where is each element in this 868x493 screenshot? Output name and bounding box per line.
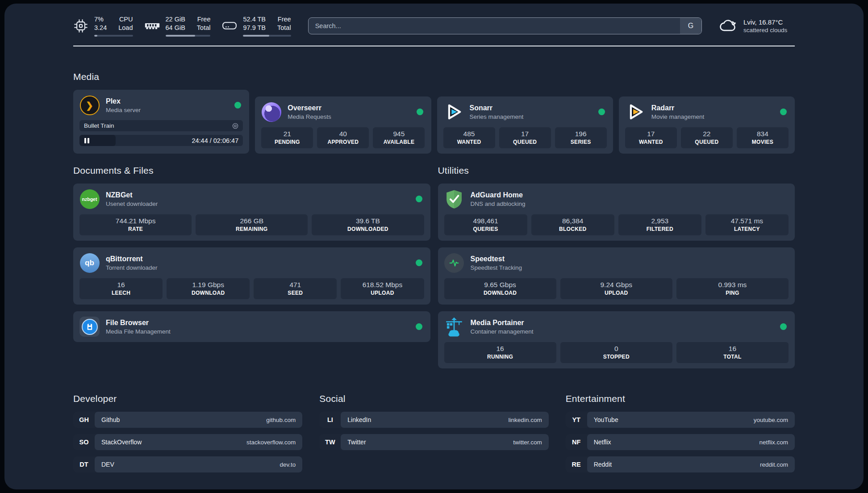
link-linkedin[interactable]: LI LinkedIn linkedin.com [319,412,548,428]
portainer-card[interactable]: Media Portainer Container management 16 … [438,311,795,368]
link-youtube[interactable]: YT YouTube youtube.com [566,412,795,428]
sonarr-subtitle: Series management [470,113,592,120]
reddit-name: Reddit [594,461,760,468]
sonarr-card[interactable]: Sonarr Series management 485 WANTED 17 Q… [437,96,613,154]
cpu-progress-bar [94,35,133,37]
reddit-url: reddit.com [760,461,788,468]
playback-time: 24:44 / 02:06:47 [192,137,238,144]
speedtest-title: Speedtest [471,255,789,263]
github-name: Github [101,416,266,423]
dashboard: 7% 3.24 CPU Load [4,4,864,489]
cpu-usage-label: CPU [118,15,133,24]
weather-location-temp: Lviv, 16.87°C [743,18,787,26]
overseerr-title: Overseerr [288,104,410,112]
nzbget-card[interactable]: nzbget NZBGet Usenet downloader 744.21 M… [73,184,430,241]
qbittorrent-icon: qb [79,253,100,273]
filebrowser-subtitle: Media File Management [106,328,409,335]
overseerr-subtitle: Media Requests [288,113,410,120]
plex-icon: ❯ [79,95,100,115]
developer-links-column: Developer GH Github github.com SO StackO… [73,368,302,479]
ram-icon [145,18,160,33]
disk-free-label: Free [277,15,291,24]
link-stackoverflow[interactable]: SO StackOverflow stackoverflow.com [73,434,302,450]
netflix-name: Netflix [594,439,760,446]
utilities-column: Utilities AdGuard Home [438,154,795,368]
portainer-subtitle: Container management [471,328,774,335]
nzbget-stat-downloaded: 39.6 TB DOWNLOADED [312,214,424,235]
qbittorrent-title: qBittorrent [106,255,409,263]
portainer-icon [444,317,464,337]
portainer-stat-total: 16 TOTAL [676,342,789,363]
dev-tag: DT [73,456,95,472]
cpu-usage-value: 7% [94,15,107,24]
link-dev[interactable]: DT DEV dev.to [73,456,302,472]
pause-button[interactable] [84,138,89,143]
overseerr-card[interactable]: Overseerr Media Requests 21 PENDING 40 A… [255,96,431,154]
link-github[interactable]: GH Github github.com [73,412,302,428]
qbittorrent-stat-seed: 471 SEED [254,278,337,299]
twitter-name: Twitter [347,439,513,446]
weather-widget: Lviv, 16.87°C scattered clouds [719,18,795,33]
search-input[interactable] [309,18,680,34]
speedtest-card[interactable]: Speedtest Speedtest Tracking 9.65 Gbps D… [438,247,795,305]
qbittorrent-stat-upload: 618.52 Mbps UPLOAD [341,278,424,299]
qbittorrent-card[interactable]: qb qBittorrent Torrent downloader 16 LEE… [73,247,430,305]
section-title-utilities: Utilities [438,165,795,176]
section-title-media: Media [73,71,795,82]
nzbget-stat-rate: 744.21 Mbps RATE [79,214,192,235]
youtube-tag: YT [566,412,587,428]
portainer-stat-running: 16 RUNNING [444,342,556,363]
radarr-card[interactable]: Radarr Movie management 17 WANTED 22 QUE… [619,96,795,154]
cpu-load-label: Load [118,24,133,32]
filebrowser-status-dot [416,323,422,330]
reddit-tag: RE [566,456,587,472]
link-twitter[interactable]: TW Twitter twitter.com [319,434,548,450]
ram-progress-fill [166,35,196,37]
adguard-stat-blocked: 86,384 BLOCKED [531,214,614,235]
filebrowser-icon [79,317,100,337]
disk-free-value: 52.4 TB [243,15,266,24]
top-bar: 7% 3.24 CPU Load [73,4,795,37]
section-title-entertainment: Entertainment [566,393,795,404]
cpu-progress-fill [94,35,97,37]
radarr-icon [625,102,645,122]
portainer-stat-stopped: 0 STOPPED [560,342,672,363]
speedtest-icon [444,253,464,273]
entertainment-links-column: Entertainment YT YouTube youtube.com NF … [566,368,795,479]
adguard-stat-queries: 498,461 QUERIES [444,214,527,235]
dev-url: dev.to [280,461,296,468]
ram-progress-bar [166,35,211,37]
adguard-title: AdGuard Home [471,191,789,199]
sonarr-stat-wanted: 485 WANTED [443,127,495,148]
overseerr-stat-available: 945 AVAILABLE [373,127,425,148]
radarr-title: Radarr [651,104,774,112]
section-title-developer: Developer [73,393,302,404]
weather-condition: scattered clouds [743,27,787,33]
github-tag: GH [73,412,95,428]
plex-now-playing-row: Bullet Train [79,120,243,131]
overseerr-stat-approved: 40 APPROVED [317,127,369,148]
speedtest-stat-ping: 0.993 ms PING [676,278,789,299]
adguard-icon [444,189,464,209]
header-divider [73,46,795,46]
plex-card[interactable]: ❯ Plex Media server Bullet Train [73,90,249,154]
speedtest-subtitle: Speedtest Tracking [471,264,789,271]
ram-total-value: 64 GiB [166,24,185,32]
stackoverflow-url: stackoverflow.com [246,439,296,446]
youtube-name: YouTube [594,416,754,423]
search-engine-button[interactable]: G [680,18,701,34]
link-netflix[interactable]: NF Netflix netflix.com [566,434,795,450]
portainer-title: Media Portainer [471,319,774,327]
link-reddit[interactable]: RE Reddit reddit.com [566,456,795,472]
nzbget-stat-remaining: 266 GB REMAINING [196,214,308,235]
plex-status-dot [234,102,241,109]
disk-progress-bar [243,35,291,37]
adguard-card[interactable]: AdGuard Home DNS and adblocking 498,461 … [438,184,795,241]
adguard-stat-filtered: 2,953 FILTERED [618,214,701,235]
youtube-url: youtube.com [754,417,788,423]
overseerr-stat-pending: 21 PENDING [261,127,313,148]
filebrowser-card[interactable]: File Browser Media File Management [73,311,430,342]
media-card-row: ❯ Plex Media server Bullet Train [73,90,795,154]
disk-total-value: 97.9 TB [243,24,266,32]
section-title-social: Social [319,393,548,404]
